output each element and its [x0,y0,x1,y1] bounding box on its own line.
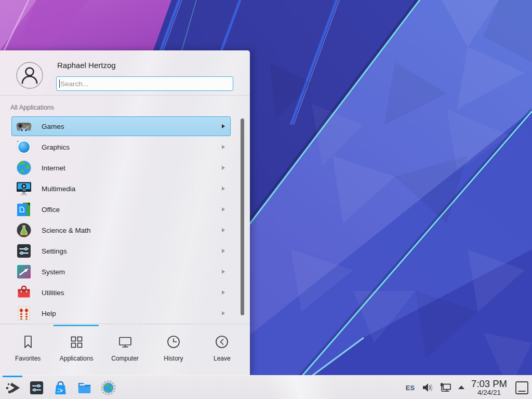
show-desktop-button[interactable] [514,380,529,395]
category-label: Help [42,310,56,317]
submenu-arrow-icon [222,166,225,170]
globe-icon [16,159,32,176]
clock-time: 7:03 PM [471,379,507,389]
user-avatar-icon[interactable] [16,62,43,89]
category-label: Settings [42,247,67,255]
computer-icon [117,334,133,352]
category-label: Office [42,206,60,214]
tab-history[interactable]: History [149,329,197,370]
category-row-utilities[interactable]: Utilities [11,283,231,302]
help-icon [16,305,32,322]
documents-icon [16,201,32,218]
leave-icon [214,334,230,352]
tab-label: History [164,355,183,362]
taskbar-launchers [1,376,120,399]
submenu-arrow-icon [222,207,225,211]
category-row-help[interactable]: Help [11,303,231,323]
application-launcher-menu: Raphael Hertzog All Applications [0,50,250,375]
submenu-arrow-icon [222,187,225,191]
launcher-tab-bar: Favorites Applications [4,329,246,370]
submenu-arrow-icon [222,311,225,315]
file-manager-button[interactable] [72,376,96,399]
globe-gear-icon [100,380,116,396]
footer-divider [0,324,250,324]
search-field[interactable] [56,76,233,91]
system-settings-button[interactable] [24,376,48,399]
user-name: Raphael Hertzog [57,61,116,70]
tab-favorites[interactable]: Favorites [4,329,52,370]
blue-folder-icon [76,380,92,396]
expand-tray-caret-icon[interactable] [457,383,466,392]
kickoff-icon [5,380,21,396]
flask-icon [16,222,32,238]
submenu-arrow-icon [222,290,225,295]
bookmark-icon [20,334,36,352]
category-label: Internet [42,164,65,172]
gamepad-icon [16,118,32,135]
system-sliders-icon [16,263,32,280]
submenu-arrow-icon [222,249,225,253]
submenu-arrow-icon [222,145,225,149]
search-input[interactable] [56,76,233,91]
toolbox-icon [16,284,32,301]
category-row-system[interactable]: System [11,262,231,282]
sphere-icon [16,139,32,155]
discover-software-button[interactable] [48,376,72,399]
section-label: All Applications [10,104,54,111]
app-grid-icon [69,334,84,352]
keyboard-layout-indicator[interactable]: ES [406,384,415,392]
history-clock-icon [166,334,181,352]
taskbar-panel: ES 7:03 PM 4/24/21 [0,375,532,399]
active-tab-indicator [54,325,99,326]
category-row-internet[interactable]: Internet [11,158,231,178]
category-label: Graphics [42,143,70,151]
text-cursor [59,79,60,88]
category-row-multimedia[interactable]: Multimedia [11,179,231,198]
web-browser-button[interactable] [96,376,120,399]
category-row-science-math[interactable]: Science & Math [11,220,231,240]
category-label: Utilities [42,289,64,297]
category-row-graphics[interactable]: Graphics [11,137,231,157]
tab-label: Computer [111,355,139,362]
tab-label: Favorites [15,355,41,362]
category-label: System [42,268,65,276]
header-divider [0,95,250,96]
tab-label: Leave [214,355,231,362]
category-row-games[interactable]: Games [11,116,231,136]
clock-date: 4/24/21 [471,389,507,396]
application-launcher-button[interactable] [1,376,24,399]
submenu-arrow-icon [222,124,225,128]
tab-label: Applications [60,355,94,362]
category-row-settings[interactable]: Settings [11,241,231,261]
volume-icon[interactable] [421,381,435,394]
active-app-indicator [3,376,22,377]
category-label: Multimedia [42,185,75,193]
tab-computer[interactable]: Computer [101,329,149,370]
tab-leave[interactable]: Leave [198,329,246,370]
category-label: Science & Math [42,227,91,234]
list-scrollbar[interactable] [241,118,244,315]
launcher-header: Raphael Hertzog [0,50,250,95]
shopping-bag-icon [52,380,69,396]
digital-clock[interactable]: 7:03 PM 4/24/21 [471,379,507,396]
category-label: Games [42,123,64,130]
submenu-arrow-icon [222,270,225,274]
network-icon[interactable] [439,381,453,394]
system-tray: ES 7:03 PM 4/24/21 [406,376,532,399]
settings-sliders-icon [29,380,45,396]
category-list: Games Graphics [0,115,250,324]
category-row-office[interactable]: Office [11,200,231,219]
tab-applications[interactable]: Applications [52,329,100,370]
monitor-play-icon [16,180,32,197]
desktop: Raphael Hertzog All Applications [0,0,532,399]
sliders-icon [16,243,32,259]
submenu-arrow-icon [222,228,225,232]
